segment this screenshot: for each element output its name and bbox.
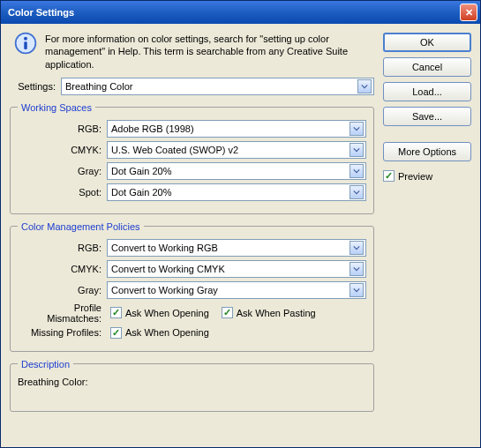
chevron-down-icon — [349, 164, 364, 178]
cancel-button[interactable]: Cancel — [383, 57, 471, 77]
missing-open-label: Ask When Opening — [125, 327, 209, 338]
ws-gray-select[interactable]: Dot Gain 20% — [107, 162, 366, 180]
chevron-down-icon — [349, 283, 364, 297]
info-text: For more information on color settings, … — [45, 31, 374, 71]
chevron-down-icon — [349, 143, 364, 157]
titlebar: Color Settings ✕ — [1, 1, 480, 24]
pol-cmyk-select[interactable]: Convert to Working CMYK — [107, 260, 366, 278]
pol-gray-select[interactable]: Convert to Working Gray — [107, 281, 366, 299]
chevron-down-icon — [349, 241, 364, 255]
chevron-down-icon — [357, 79, 372, 93]
pol-gray-value: Convert to Working Gray — [111, 285, 218, 295]
ws-cmyk-value: U.S. Web Coated (SWOP) v2 — [111, 145, 238, 155]
pol-cmyk-value: Convert to Working CMYK — [111, 264, 225, 274]
preview-label: Preview — [398, 171, 432, 182]
policies-group: Color Management Policies RGB: Convert t… — [10, 221, 374, 352]
ws-spot-select[interactable]: Dot Gain 20% — [107, 183, 366, 201]
settings-label: Settings: — [13, 81, 56, 92]
policies-legend: Color Management Policies — [18, 221, 144, 232]
ok-button[interactable]: OK — [383, 33, 471, 52]
mismatch-open-checkbox[interactable]: ✓ — [110, 307, 122, 318]
save-button[interactable]: Save... — [383, 107, 471, 126]
ws-spot-value: Dot Gain 20% — [111, 187, 171, 198]
mismatch-paste-label: Ask When Pasting — [237, 308, 316, 318]
close-icon: ✕ — [465, 7, 473, 19]
chevron-down-icon — [349, 185, 364, 199]
description-legend: Description — [18, 359, 73, 370]
pol-rgb-select[interactable]: Convert to Working RGB — [107, 239, 366, 257]
pol-rgb-label: RGB: — [18, 243, 101, 253]
mismatch-paste-checkbox[interactable]: ✓ — [222, 307, 233, 318]
mismatch-label: Profile Mismatches: — [18, 302, 101, 324]
info-icon — [13, 31, 38, 56]
settings-select[interactable]: Breathing Color — [61, 78, 374, 95]
missing-open-checkbox[interactable]: ✓ — [110, 327, 122, 339]
color-settings-dialog: Color Settings ✕ For more information on… — [0, 0, 481, 448]
window-title: Color Settings — [8, 7, 74, 18]
description-text: Breathing Color: — [18, 377, 366, 387]
chevron-down-icon — [349, 262, 364, 276]
chevron-down-icon — [349, 122, 364, 136]
ws-rgb-select[interactable]: Adobe RGB (1998) — [107, 120, 366, 138]
ws-spot-label: Spot: — [18, 187, 101, 198]
load-button[interactable]: Load... — [383, 82, 471, 101]
settings-value: Breathing Color — [65, 81, 132, 92]
preview-checkbox[interactable]: ✓ — [383, 170, 395, 182]
ws-rgb-label: RGB: — [18, 123, 101, 134]
svg-point-1 — [24, 37, 27, 41]
pol-gray-label: Gray: — [18, 285, 101, 295]
pol-cmyk-label: CMYK: — [18, 264, 101, 274]
ws-rgb-value: Adobe RGB (1998) — [111, 123, 194, 134]
missing-label: Missing Profiles: — [18, 327, 101, 338]
working-spaces-legend: Working Spaces — [18, 102, 95, 113]
working-spaces-group: Working Spaces RGB: Adobe RGB (1998) CMY… — [10, 102, 374, 214]
pol-rgb-value: Convert to Working RGB — [111, 243, 218, 253]
ws-gray-label: Gray: — [18, 166, 101, 176]
svg-rect-2 — [24, 41, 27, 49]
description-group: Description Breathing Color: — [10, 359, 374, 412]
ws-gray-value: Dot Gain 20% — [111, 166, 171, 176]
mismatch-open-label: Ask When Opening — [125, 308, 209, 318]
ws-cmyk-select[interactable]: U.S. Web Coated (SWOP) v2 — [107, 141, 366, 159]
ws-cmyk-label: CMYK: — [18, 145, 101, 155]
close-button[interactable]: ✕ — [460, 4, 477, 21]
more-options-button[interactable]: More Options — [383, 142, 471, 161]
